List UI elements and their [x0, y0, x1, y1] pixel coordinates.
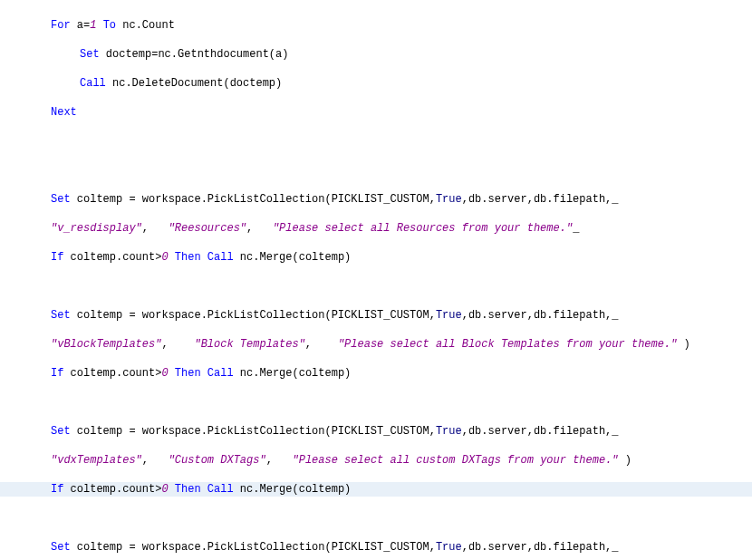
code-line: "v_resdisplay", "Reesources", "Please se… [0, 221, 752, 236]
blank-line [0, 395, 752, 410]
code-line: Set coltemp = workspace.PickListCollecti… [0, 308, 752, 323]
code-line: "vBlockTemplates", "Block Templates", "P… [0, 337, 752, 352]
code-line: Set coltemp = workspace.PickListCollecti… [0, 192, 752, 207]
blank-line [0, 163, 752, 178]
code-line: Set doctemp=nc.Getnthdocument(a) [0, 47, 752, 62]
code-line: If coltemp.count>0 Then Call nc.Merge(co… [0, 250, 752, 265]
blank-line [0, 279, 752, 294]
code-line: If coltemp.count>0 Then Call nc.Merge(co… [0, 366, 752, 381]
code-editor: For a=1 To nc.Count Set doctemp=nc.Getnt… [0, 4, 752, 560]
keyword-for: For [51, 19, 71, 32]
code-line-highlighted: If coltemp.count>0 Then Call nc.Merge(co… [0, 482, 752, 497]
code-line: Next [0, 105, 752, 120]
code-line: Call nc.DeleteDocument(doctemp) [0, 76, 752, 91]
code-line: Set coltemp = workspace.PickListCollecti… [0, 540, 752, 555]
blank-line [0, 511, 752, 526]
code-line: Set coltemp = workspace.PickListCollecti… [0, 424, 752, 439]
blank-line [0, 134, 752, 149]
code-line: For a=1 To nc.Count [0, 18, 752, 33]
code-line: "vdxTemplates", "Custom DXTags", "Please… [0, 453, 752, 468]
